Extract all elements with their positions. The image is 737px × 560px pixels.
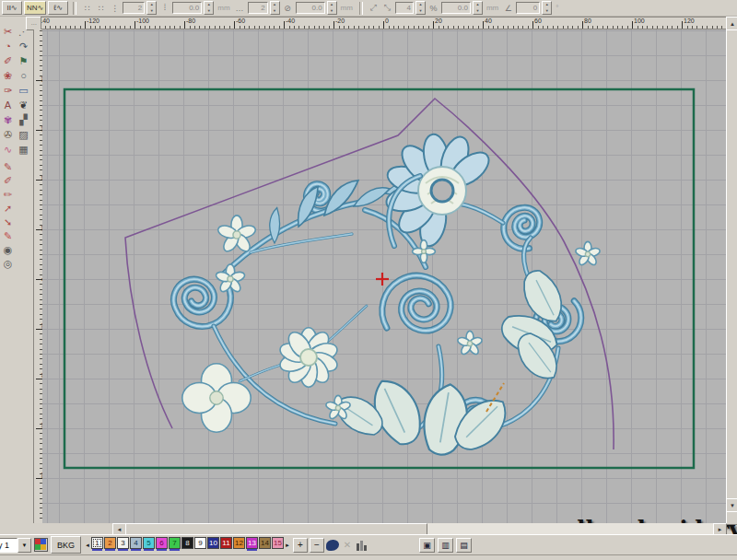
scroll-down-button[interactable]: ▼: [726, 498, 737, 512]
percent-icon: %: [427, 2, 439, 14]
repeat-count-spinner[interactable]: ▲▼: [146, 1, 157, 15]
thread-color-chip-1[interactable]: 1: [91, 537, 103, 549]
stitch-arrow-2-icon[interactable]: ➘: [0, 216, 16, 229]
figure-tool-icon[interactable]: ✾: [0, 112, 16, 127]
thread-color-chip-10[interactable]: 10: [207, 537, 219, 549]
daisy-center-ball: [300, 349, 317, 366]
status-strip: [0, 554, 737, 560]
ruler-major-tick: [632, 21, 633, 29]
people-tool-icon[interactable]: ▞: [16, 112, 31, 127]
design-colors-icon[interactable]: [34, 538, 48, 552]
thread-color-chip-6[interactable]: 6: [156, 537, 168, 549]
remove-color-button[interactable]: −: [310, 538, 324, 553]
photo-tool-icon[interactable]: ▨: [16, 127, 31, 142]
view-wireframe-button[interactable]: ▥: [438, 538, 453, 553]
view-3d-button[interactable]: ▤: [456, 538, 472, 553]
ribbon-tool-icon[interactable]: ∿: [0, 142, 16, 157]
angle-spinner[interactable]: ▲▼: [542, 1, 552, 15]
vertical-scroll-thumb[interactable]: [726, 29, 737, 499]
spacing-dots-icon[interactable]: ∷: [95, 2, 107, 14]
palette-prev-icon[interactable]: ◄: [84, 539, 91, 552]
pattern-tool-icon[interactable]: ▦: [16, 142, 31, 157]
stitch-mode-satin-button[interactable]: NN∿: [24, 1, 46, 15]
eye-tool-icon[interactable]: ✐: [0, 53, 16, 68]
thread-color-chip-8[interactable]: 8: [181, 537, 193, 549]
chip-underline: [247, 549, 257, 551]
offset-length-field[interactable]: 0.0: [172, 2, 202, 14]
shrink-icon[interactable]: ⤡: [381, 2, 393, 14]
stitch-pen-1-icon[interactable]: ✎: [0, 160, 16, 174]
palette-next-icon[interactable]: ►: [284, 539, 291, 552]
delete-color-icon[interactable]: ✕: [341, 539, 354, 552]
rect-tool-icon[interactable]: ▭: [16, 83, 31, 98]
text-tool-icon[interactable]: A: [0, 98, 16, 112]
density-dots-icon[interactable]: ∷: [81, 2, 93, 14]
pale-flower-center: [210, 391, 223, 404]
pan-tool-icon[interactable]: [326, 540, 339, 551]
toolbar-separator: [359, 2, 363, 15]
zero-percent-icon: ⊘: [282, 2, 294, 14]
points-icon[interactable]: ⋮: [109, 2, 121, 14]
thread-color-chip-4[interactable]: 4: [130, 537, 142, 549]
connector-pen-icon[interactable]: ✎: [0, 229, 16, 243]
camera-tool-icon[interactable]: ✇: [0, 127, 16, 142]
ellipsis-icon: …: [234, 2, 246, 14]
thread-color-chip-14[interactable]: 14: [259, 537, 271, 549]
stitch-arrow-1-icon[interactable]: ➚: [0, 202, 16, 216]
target-icon[interactable]: ◎: [0, 257, 16, 271]
thread-color-chip-9[interactable]: 9: [194, 537, 206, 549]
thread-color-chip-13[interactable]: 13: [246, 537, 258, 549]
pattern-length-field[interactable]: 0.0: [296, 2, 325, 14]
ruler-major-tick: [532, 21, 533, 29]
embroidery-design: [42, 29, 726, 523]
clipart-tool-icon[interactable]: ❦: [16, 98, 31, 112]
expand-icon[interactable]: ⤢: [368, 2, 380, 14]
density-value-field[interactable]: 4: [395, 2, 414, 14]
pattern-length-spinner[interactable]: ▲▼: [327, 1, 337, 15]
scroll-up-button[interactable]: ▲: [726, 17, 737, 30]
ruler-units-button[interactable]: ⋯: [26, 17, 41, 30]
stitch-statistics-icon[interactable]: [356, 540, 368, 551]
design-selector-dropdown[interactable]: y 1 ▼: [0, 538, 31, 553]
ruler-major-tick: [582, 21, 583, 29]
pattern-unit-label: mm: [341, 4, 353, 12]
scroll-corner-button[interactable]: [726, 511, 737, 525]
thread-color-chip-2[interactable]: 2: [104, 537, 116, 549]
thread-color-chip-12[interactable]: 12: [233, 537, 245, 549]
thread-color-chip-15[interactable]: 15: [272, 537, 284, 549]
pattern-count-field[interactable]: 2: [248, 2, 268, 14]
ruler-major-tick: [85, 21, 86, 29]
thread-color-chip-5[interactable]: 5: [143, 537, 155, 549]
offset-length-spinner[interactable]: ▲▼: [204, 1, 214, 15]
pen-tool-icon[interactable]: ✑: [0, 83, 16, 98]
repeat-count-field[interactable]: 2: [123, 2, 145, 14]
stitch-mode-outline-button[interactable]: ℓ∿: [48, 1, 68, 15]
thread-color-chip-3[interactable]: 3: [117, 537, 129, 549]
design-canvas[interactable]: gallery.broidery.ru: [42, 29, 726, 523]
circle-s-icon[interactable]: ◉: [0, 243, 16, 257]
pattern-count-spinner[interactable]: ▲▼: [270, 1, 280, 15]
thread-color-chip-11[interactable]: 11: [220, 537, 232, 549]
arc-tool-icon[interactable]: ↷: [16, 39, 31, 53]
pale-flower-center: [233, 231, 240, 239]
stitch-pen-3-icon[interactable]: ✏: [0, 188, 16, 202]
freehand-select-icon[interactable]: ✂: [0, 24, 16, 39]
density-value-spinner[interactable]: ▲▼: [415, 1, 426, 15]
angle-field[interactable]: 0: [516, 2, 540, 14]
view-normal-button[interactable]: ▣: [419, 538, 435, 553]
origin-crosshair: [376, 273, 389, 286]
node-edit-icon[interactable]: ◔: [0, 39, 16, 53]
thread-color-chips: 123456789101112131415: [91, 537, 284, 554]
flag-tool-icon[interactable]: ⚑: [16, 53, 31, 68]
flower-tool-icon[interactable]: ❀: [0, 68, 16, 83]
stitch-mode-column-button[interactable]: II∿: [2, 1, 22, 15]
ellipse-tool-icon[interactable]: ○: [16, 68, 31, 83]
dropdown-arrow-icon[interactable]: ▼: [18, 538, 31, 553]
background-color-button[interactable]: BKG: [51, 536, 81, 554]
thread-color-chip-7[interactable]: 7: [169, 537, 181, 549]
add-color-button[interactable]: +: [293, 538, 308, 553]
stitch-pen-2-icon[interactable]: ✐: [0, 174, 16, 188]
stitch-length-field[interactable]: 0.0: [441, 2, 471, 14]
pale-flower-center: [467, 341, 472, 345]
stitch-length-spinner[interactable]: ▲▼: [473, 1, 483, 15]
